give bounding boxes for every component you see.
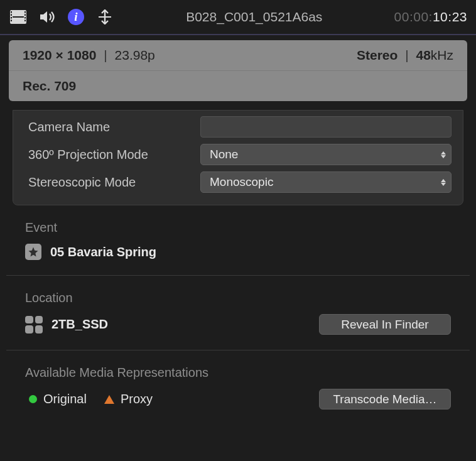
select-arrows-icon [441,179,446,186]
info-strip-row-format: 1920 × 1080 | 23.98p Stereo | 48kHz [9,40,467,70]
stereoscopic-value: Monoscopic [210,175,273,189]
projection-row: 360º Projection Mode None [24,141,452,168]
media-representations-section: Available Media Representations Original… [0,350,476,425]
timecode-active: 10:23 [433,9,467,24]
audio-rate-unit: kHz [431,48,453,62]
event-label: Event [25,220,451,235]
rep-proxy: Proxy [104,392,153,406]
camera-name-label: Camera Name [24,120,200,134]
info-icon[interactable]: i [67,8,85,26]
reveal-in-finder-button[interactable]: Reveal In Finder [319,314,451,335]
svg-rect-4 [11,11,12,13]
rep-original-label: Original [43,392,87,406]
svg-rect-3 [13,18,24,22]
stereoscopic-row: Stereoscopic Mode Monoscopic [24,168,452,196]
timecode: 00:00:10:23 [394,9,467,24]
svg-rect-9 [24,14,26,16]
projection-value: None [210,148,238,161]
location-name: 2TB_SSD [51,317,108,332]
info-strip-row-colorspace: Rec. 709 [9,70,467,101]
audio-format: Stereo | 48kHz [357,48,453,63]
status-warning-icon [104,395,114,404]
audio-channels: Stereo [357,48,398,62]
rep-proxy-label: Proxy [121,392,153,406]
event-name: 05 Bavaria Spring [50,245,156,259]
timecode-inactive: 00:00: [394,9,433,24]
clip-properties-group: Camera Name 360º Projection Mode None St… [13,110,463,205]
status-available-icon [29,395,37,403]
toolbar-divider [0,34,476,35]
stereoscopic-select[interactable]: Monoscopic [200,171,452,193]
projection-select[interactable]: None [200,144,452,165]
select-arrows-icon [441,151,446,158]
share-icon[interactable] [95,8,114,26]
svg-rect-11 [24,20,26,22]
camera-name-input[interactable] [200,116,452,138]
clip-title: B028_C001_0521A6as [114,9,394,24]
speaker-icon[interactable] [38,8,57,26]
location-label: Location [25,291,451,305]
svg-rect-10 [24,17,26,19]
audio-rate-value: 48 [416,48,430,62]
stereoscopic-label: Stereoscopic Mode [24,175,200,190]
location-section: Location 2TB_SSD Reveal In Finder [0,276,476,350]
svg-rect-5 [11,14,12,16]
film-icon[interactable] [9,8,28,26]
event-value: 05 Bavaria Spring [25,244,156,260]
svg-rect-8 [24,11,26,13]
inspector-toolbar: i B028_C001_0521A6as 00:00:10:23 [0,0,476,34]
camera-name-row: Camera Name [24,113,452,141]
svg-rect-2 [13,12,24,16]
video-format: 1920 × 1080 | 23.98p [23,48,155,63]
drive-icon [25,316,43,334]
media-reps-items: Original Proxy [25,392,153,406]
star-icon [25,244,41,260]
svg-rect-7 [11,20,12,22]
framerate: 23.98p [115,48,155,62]
media-reps-label: Available Media Representations [25,366,451,380]
svg-rect-6 [11,17,12,19]
event-section: Event 05 Bavaria Spring [0,205,476,275]
location-value: 2TB_SSD [25,316,108,334]
projection-label: 360º Projection Mode [24,148,200,162]
toolbar-icon-group: i [9,8,114,26]
transcode-media-button[interactable]: Transcode Media… [319,389,451,409]
clip-info-strip: 1920 × 1080 | 23.98p Stereo | 48kHz Rec.… [9,40,467,101]
rep-original: Original [29,392,87,406]
resolution: 1920 × 1080 [23,48,96,62]
colorspace: Rec. 709 [23,79,76,94]
